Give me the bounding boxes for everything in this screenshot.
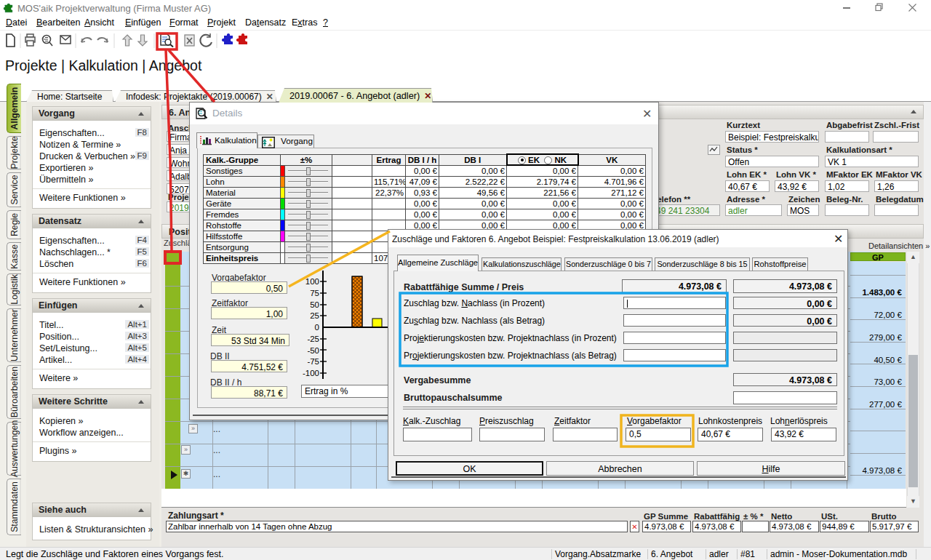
svg-text:-100: -100	[303, 369, 319, 377]
svg-text:75: 75	[310, 289, 319, 297]
svg-text:100: 100	[305, 277, 319, 286]
svg-text:-50: -50	[307, 346, 319, 355]
svg-text:-25: -25	[307, 335, 319, 343]
svg-text:25: 25	[310, 311, 319, 320]
svg-text:50: 50	[310, 300, 319, 309]
svg-text:-75: -75	[307, 357, 319, 366]
svg-text:0: 0	[315, 323, 319, 332]
